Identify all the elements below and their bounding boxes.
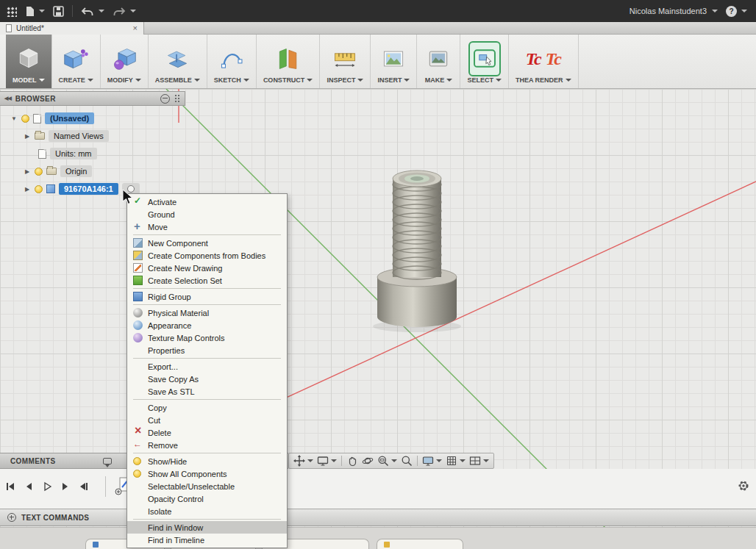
ribbon-button-inspect[interactable]: INSPECT [320, 35, 371, 88]
lightbulb-icon[interactable] [35, 185, 43, 193]
menu-item-cut[interactable]: Cut [127, 414, 287, 426]
go-to-end-button[interactable] [76, 477, 91, 496]
display-settings-button[interactable] [421, 453, 443, 468]
menu-item-delete[interactable]: Delete [127, 426, 287, 439]
file-menu-button[interactable] [25, 6, 45, 17]
ribbon-label: MODIFY [107, 76, 133, 84]
dropdown-caret-icon [243, 79, 249, 82]
lightbulb-icon[interactable] [21, 115, 29, 123]
expand-arrow-icon[interactable]: ▼ [10, 115, 18, 122]
help-menu[interactable]: ? [726, 6, 747, 17]
ribbon-button-assemble[interactable]: ASSEMBLE [149, 35, 207, 88]
minimize-panel-icon[interactable] [160, 94, 170, 104]
redo-button[interactable] [113, 6, 136, 17]
menu-item-physical-material[interactable]: Physical Material [127, 306, 287, 319]
comment-bubble-icon[interactable] [103, 458, 112, 464]
select-cursor-icon [470, 43, 499, 75]
browser-row-component[interactable]: ▶ 91670A146:1 [24, 181, 140, 197]
ribbon-button-insert[interactable]: INSERT [371, 35, 417, 88]
menu-item-move[interactable]: Move [127, 220, 287, 233]
browser-row-label[interactable]: 91670A146:1 [59, 183, 118, 195]
zoom-button[interactable] [399, 453, 414, 468]
grid-settings-button[interactable] [444, 453, 467, 468]
menu-item-export[interactable]: Export... [127, 360, 287, 373]
menu-item-find-in-window[interactable]: Find in Window [127, 521, 287, 534]
thea-logo-icon: Tc [546, 50, 561, 68]
ribbon-button-make[interactable]: MAKE [417, 35, 460, 88]
ribbon-button-modify[interactable]: MODIFY [101, 35, 149, 88]
step-back-button[interactable] [21, 477, 36, 496]
menu-item-save-as-stl[interactable]: Save As STL [127, 385, 287, 398]
menu-item-properties[interactable]: Properties [127, 344, 287, 356]
viewports-button[interactable] [468, 453, 491, 468]
ribbon-button-thea-render[interactable]: Tc Tc THEA RENDER [509, 35, 579, 88]
menu-item-rigid-group[interactable]: Rigid Group [127, 290, 287, 303]
ribbon-button-construct[interactable]: CONSTRUCT [257, 35, 321, 88]
menu-item-texture-map-controls[interactable]: Texture Map Controls [127, 331, 287, 344]
go-to-start-button[interactable] [3, 477, 18, 496]
browser-row-named-views[interactable]: ▶ Named Views [24, 128, 109, 144]
fit-view-button[interactable] [315, 453, 338, 468]
step-forward-button[interactable] [58, 477, 73, 496]
menu-item-create-selection-set[interactable]: Create Selection Set [127, 274, 287, 287]
browser-row-origin[interactable]: ▶ Origin [24, 163, 92, 179]
browser-row-label[interactable]: Named Views [49, 130, 109, 142]
menu-item-selectable-unselectable[interactable]: Selectable/Unselectable [127, 480, 287, 492]
panel-grip-icon[interactable] [174, 94, 180, 104]
menu-item-find-in-timeline[interactable]: Find in Timeline [127, 534, 287, 546]
ribbon-button-select[interactable]: SELECT [460, 35, 509, 88]
document-tab-icon [6, 24, 12, 32]
folder-icon [46, 168, 57, 175]
play-button[interactable] [40, 477, 54, 496]
browser-row-units[interactable]: Units: mm [38, 146, 97, 162]
screw-model[interactable] [371, 165, 463, 334]
timeline-settings-button[interactable] [737, 479, 750, 495]
ribbon-button-create[interactable]: CREATE [52, 35, 101, 88]
dropdown-caret-icon [436, 459, 442, 462]
lightbulb-icon[interactable] [35, 168, 43, 176]
menu-item-remove[interactable]: Remove [127, 439, 287, 451]
browser-panel-header[interactable]: ◀◀ BROWSER [0, 91, 185, 106]
menu-item-create-new-drawing[interactable]: Create New Drawing [127, 262, 287, 274]
menu-item-activate[interactable]: Activate [127, 195, 287, 208]
dropdown-caret-icon [39, 79, 45, 82]
user-menu[interactable]: Nicolas Mainstudent3 [630, 7, 718, 15]
menu-item-ground[interactable]: Ground [127, 208, 287, 220]
collapse-panel-icon[interactable]: ◀◀ [4, 96, 11, 101]
browser-row-unsaved[interactable]: ▼ (Unsaved) [10, 110, 94, 126]
collapsed-arrow-icon[interactable]: ▶ [24, 186, 31, 193]
expand-text-commands-icon[interactable] [7, 513, 16, 522]
timeline-group-tab[interactable] [377, 539, 463, 549]
menu-item-isolate[interactable]: Isolate [127, 505, 287, 517]
menu-item-save-copy-as[interactable]: Save Copy As [127, 373, 287, 385]
pan-button[interactable] [292, 453, 315, 468]
menu-item-show-hide[interactable]: Show/Hide [127, 455, 287, 467]
text-commands-bar[interactable]: TEXT COMMANDS [0, 509, 756, 526]
menu-item-new-component[interactable]: New Component [127, 237, 287, 249]
browser-row-label[interactable]: Units: mm [50, 148, 97, 159]
browser-row-label[interactable]: (Unsaved) [45, 112, 94, 124]
collapsed-arrow-icon[interactable]: ▶ [24, 168, 31, 175]
ribbon-button-model[interactable]: MODEL [6, 35, 52, 88]
close-tab-icon[interactable]: × [133, 24, 138, 32]
collapsed-arrow-icon[interactable]: ▶ [24, 133, 31, 140]
menu-item-opacity-control[interactable]: Opacity Control [127, 492, 287, 505]
document-icon [33, 114, 41, 123]
undo-button[interactable] [81, 6, 104, 17]
menu-item-copy[interactable]: Copy [127, 401, 287, 414]
orbit-button[interactable] [360, 453, 375, 468]
ribbon-button-sketch[interactable]: SKETCH [207, 35, 257, 88]
menu-item-appearance[interactable]: Appearance [127, 319, 287, 331]
hand-pan-button[interactable] [345, 453, 360, 468]
menu-item-create-components-from-bodies[interactable]: Create Components from Bodies [127, 249, 287, 262]
topbar-left [6, 5, 136, 17]
menu-item-indent [133, 481, 143, 491]
ribbon-label: SKETCH [214, 76, 241, 84]
browser-row-label[interactable]: Origin [60, 165, 92, 177]
document-tab[interactable]: Untitled* × [0, 22, 144, 35]
menu-item-show-all-components[interactable]: Show All Components [127, 467, 287, 480]
app-grid-icon[interactable] [6, 6, 17, 17]
go-to-start-icon [5, 481, 15, 492]
save-button[interactable] [53, 6, 64, 17]
zoom-window-button[interactable] [376, 453, 399, 468]
